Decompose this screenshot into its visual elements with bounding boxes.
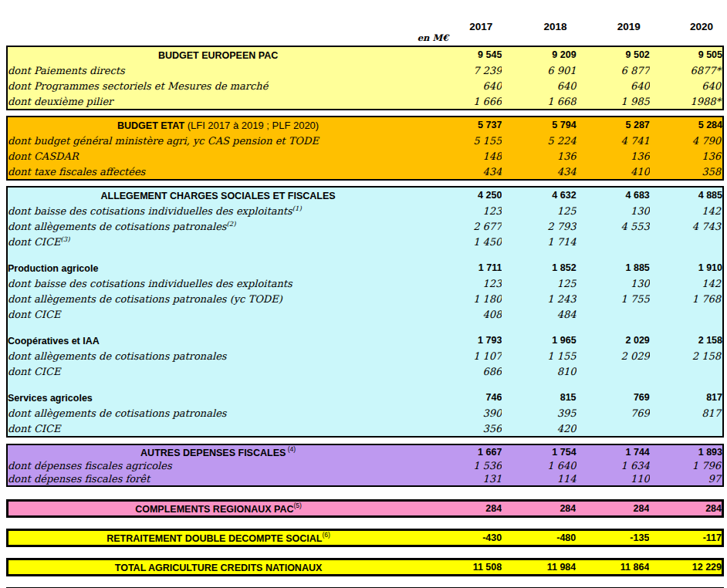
cell-value: 434 bbox=[502, 164, 576, 180]
years-row: 2017 2018 2019 2020 bbox=[7, 18, 723, 32]
table-row: dont dépenses fiscales agricoles1 5361 6… bbox=[7, 459, 723, 472]
cell-value: 395 bbox=[502, 405, 576, 421]
row-label-text: dont baisse des cotisations individuelle… bbox=[8, 205, 292, 217]
row-label-text: RETRAITEMENT DOUBLE DECOMPTE SOCIAL bbox=[107, 533, 322, 544]
cell-value: 9 502 bbox=[577, 46, 650, 63]
year-header-2019: 2019 bbox=[577, 18, 650, 32]
row-label: dont deuxième pilier bbox=[7, 93, 428, 110]
table-row: dont budget général ministère agri, yc C… bbox=[7, 133, 723, 148]
cell-value: 97 bbox=[650, 472, 723, 486]
table-row: dont Programmes sectoriels et Mesures de… bbox=[7, 78, 723, 93]
cell-value: 810 bbox=[502, 363, 576, 379]
cell-value: 5 284 bbox=[650, 117, 723, 133]
table-row: TOTAL AGRICULTURE CREDITS NATIONAUX11 50… bbox=[8, 559, 723, 576]
cell-value: 284 bbox=[502, 501, 576, 517]
cell-value: 4 741 bbox=[577, 133, 650, 148]
table-row: ALLEGEMENT CHARGES SOCIALES ET FISCALES4… bbox=[7, 187, 723, 203]
table-row: dont allègements de cotisations patronal… bbox=[7, 405, 723, 421]
spacer-cell bbox=[7, 322, 723, 333]
year-header-2018: 2018 bbox=[502, 18, 576, 32]
cell-value: 9 505 bbox=[650, 46, 723, 63]
cell-value: 142 bbox=[650, 275, 723, 291]
cell-value: 4 683 bbox=[577, 187, 650, 203]
cell-value: 4 553 bbox=[577, 218, 650, 234]
row-label: dont baisse des cotisations individuelle… bbox=[7, 203, 428, 218]
row-label: AUTRES DEPENSES FISCALES (4) bbox=[7, 444, 428, 459]
row-label: TOTAL AGRICULTURE CREDITS NATIONAUX bbox=[8, 559, 429, 576]
cell-value: 746 bbox=[428, 390, 502, 405]
cell-value: 434 bbox=[428, 164, 502, 180]
row-label: Production agricole bbox=[7, 260, 428, 275]
cell-value: 9 209 bbox=[502, 46, 576, 63]
cell-value: 125 bbox=[502, 203, 576, 218]
row-label-suffix: (LFI 2017 à 2019 ; PLF 2020) bbox=[184, 120, 319, 131]
cell-value: 408 bbox=[428, 306, 502, 322]
cell-value: 1 640 bbox=[502, 459, 576, 472]
cell-value: 123 bbox=[428, 203, 502, 218]
cell-value: 1 910 bbox=[650, 260, 723, 275]
cell-value: 2 158 bbox=[650, 333, 723, 348]
cell-value: 9 545 bbox=[428, 46, 502, 63]
label-column-spacer bbox=[7, 18, 428, 32]
table-row: dont dépenses fiscales forêt13111411097 bbox=[7, 472, 723, 486]
cell-value bbox=[650, 363, 723, 379]
cell-value: 1 965 bbox=[502, 333, 576, 348]
row-label: Services agricoles bbox=[7, 390, 428, 405]
row-label-text: BUDGET EUROPEEN PAC bbox=[158, 50, 278, 61]
table-row: dont baisse des cotisations individuelle… bbox=[7, 203, 723, 218]
cell-value: 1 107 bbox=[428, 348, 502, 363]
row-label-text: Services agricoles bbox=[8, 393, 93, 404]
cell-value: 1 243 bbox=[502, 291, 576, 306]
cell-value: 136 bbox=[577, 148, 650, 164]
section-allegement-charges: ALLEGEMENT CHARGES SOCIALES ET FISCALES4… bbox=[6, 186, 724, 438]
cell-value: -117 bbox=[649, 530, 722, 546]
row-label-text: BUDGET ETAT bbox=[117, 120, 184, 131]
spacer-cell bbox=[7, 379, 723, 390]
cell-value: 356 bbox=[428, 421, 502, 437]
cell-value: 1 885 bbox=[577, 260, 650, 275]
row-label: dont CASDAR bbox=[7, 148, 428, 164]
cell-value: 484 bbox=[502, 306, 576, 322]
row-label-text: ALLEGEMENT CHARGES SOCIALES ET FISCALES bbox=[100, 191, 335, 201]
cell-value: 410 bbox=[577, 164, 650, 180]
cell-value: 4 250 bbox=[428, 187, 502, 203]
cell-value: 11 984 bbox=[502, 559, 576, 576]
row-label-text: Production agricole bbox=[8, 263, 98, 274]
cell-value: 7 239 bbox=[428, 63, 502, 78]
year-header-2017: 2017 bbox=[428, 18, 502, 32]
row-label-text: COMPLEMENTS REGIONAUX PAC bbox=[135, 504, 293, 515]
cell-value: 2 029 bbox=[577, 348, 650, 363]
row-label: dont CICE bbox=[7, 421, 428, 437]
cell-value: 284 bbox=[649, 501, 722, 517]
unit-row: en M€ bbox=[7, 32, 723, 45]
row-label-text: dont baisse des cotisations individuelle… bbox=[8, 278, 292, 289]
row-label-text: dont dépenses fiscales forêt bbox=[8, 473, 150, 485]
cell-value: 125 bbox=[502, 275, 576, 291]
row-label-text: dont CICE bbox=[8, 236, 60, 248]
cell-value: 4 885 bbox=[650, 187, 723, 203]
cell-value: 6877* bbox=[650, 63, 723, 78]
row-label-text: TOTAL AGRICULTURE CREDITS NATIONAUX bbox=[115, 563, 323, 573]
cell-value: 114 bbox=[502, 472, 576, 486]
row-label-text: dont deuxième pilier bbox=[8, 96, 113, 107]
footnote-marker: (4) bbox=[286, 445, 296, 453]
cell-value bbox=[577, 234, 650, 249]
footnote-marker: (3) bbox=[60, 235, 69, 242]
cell-value: 1 768 bbox=[650, 291, 723, 306]
cell-value: 1 634 bbox=[577, 459, 650, 472]
row-label: dont dépenses fiscales forêt bbox=[7, 472, 428, 486]
column-header: 2017 2018 2019 2020 en M€ bbox=[6, 17, 724, 46]
cell-value: 136 bbox=[650, 148, 723, 164]
cell-value: 1 155 bbox=[502, 348, 576, 363]
cell-value: 420 bbox=[502, 421, 576, 437]
table-row: dont CICE686810 bbox=[7, 363, 723, 379]
cell-value: 1 180 bbox=[428, 291, 502, 306]
table-row: Production agricole1 7111 8521 8851 910 bbox=[7, 260, 723, 275]
row-label: COMPLEMENTS REGIONAUX PAC(5) bbox=[8, 501, 429, 517]
spacer-row bbox=[7, 249, 723, 260]
cell-value: 130 bbox=[577, 203, 650, 218]
cell-value bbox=[577, 306, 650, 322]
cell-value bbox=[650, 306, 723, 322]
row-label-text: dont CICE bbox=[8, 366, 60, 377]
cell-value: 6 877 bbox=[577, 63, 650, 78]
